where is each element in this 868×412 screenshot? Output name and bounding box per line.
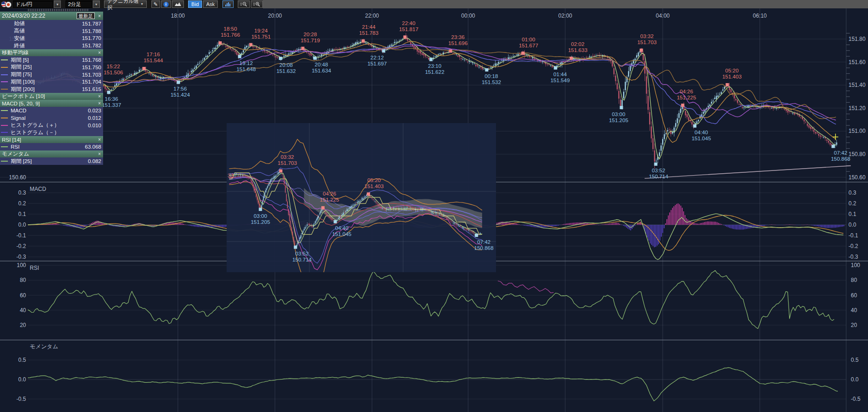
svg-text:151.697: 151.697	[367, 61, 387, 66]
svg-text:151.045: 151.045	[332, 231, 352, 237]
svg-text:40: 40	[851, 307, 857, 314]
svg-text:33: 33	[228, 173, 234, 178]
indicator-row: 高値151.788	[0, 27, 103, 35]
indicator-value: 151.704	[82, 79, 101, 85]
svg-text:151.00: 151.00	[848, 128, 866, 134]
svg-text:150.714: 150.714	[649, 174, 668, 179]
svg-text:04:40: 04:40	[695, 130, 708, 135]
zoom-in-button[interactable]	[251, 0, 263, 8]
volume-chart-button[interactable]	[222, 0, 234, 8]
close-icon[interactable]: ×	[98, 151, 101, 157]
svg-text:00:18: 00:18	[485, 73, 498, 79]
close-icon[interactable]: ×	[98, 101, 101, 106]
indicator-label: 期間 [100]	[11, 78, 82, 85]
line-color-swatch	[1, 146, 8, 147]
svg-text:04:26: 04:26	[680, 89, 693, 94]
svg-text:151.696: 151.696	[448, 40, 468, 46]
close-icon[interactable]: ×	[98, 137, 101, 142]
currency-pair-select[interactable]: ドル/円	[13, 0, 53, 8]
section-title: 移動平均線	[2, 49, 98, 56]
svg-text:0.3: 0.3	[848, 190, 856, 196]
ask-button[interactable]: Ask	[203, 0, 218, 8]
indicator-row: 期間 [200]151.615	[0, 85, 103, 93]
line-color-swatch	[1, 125, 8, 126]
indicator-row: 終値151.782	[0, 42, 103, 49]
svg-text:22:40: 22:40	[402, 20, 416, 26]
indicator-label: 期間 [25]	[11, 64, 82, 71]
svg-text:151.783: 151.783	[359, 30, 379, 36]
indicator-section-header: MACD [5, 20, 9]×	[0, 100, 103, 107]
indicator-row: ヒストグラム（－）	[0, 129, 103, 137]
svg-text:22:12: 22:12	[371, 55, 384, 60]
svg-text:23:36: 23:36	[451, 34, 465, 40]
indicator-value: 0.010	[88, 123, 101, 128]
svg-text:19:12: 19:12	[240, 60, 253, 66]
svg-text:-0.5: -0.5	[851, 396, 861, 402]
zoom-out-button[interactable]	[238, 0, 250, 8]
indicator-label: 安値	[14, 35, 82, 42]
indicator-label: 期間 [25]	[11, 158, 88, 165]
svg-text:151.622: 151.622	[425, 69, 444, 75]
info-button[interactable]: i	[161, 0, 171, 8]
draw-pencil-button[interactable]: ✎	[151, 0, 160, 8]
svg-text:20:28: 20:28	[304, 32, 317, 37]
indicator-section-header: 移動平均線×	[0, 49, 103, 56]
line-color-swatch	[1, 81, 8, 82]
close-icon[interactable]: ×	[98, 94, 101, 99]
svg-text:0.0: 0.0	[848, 222, 856, 228]
indicator-label: 終値	[14, 42, 82, 49]
currency-pair-dropdown-button[interactable]: ▼	[54, 0, 61, 8]
indicator-label: ヒストグラム（－）	[11, 129, 101, 136]
svg-text:04:26: 04:26	[323, 191, 336, 196]
svg-text:0.5: 0.5	[851, 357, 859, 363]
svg-text:02:00: 02:00	[558, 13, 572, 19]
svg-text:150.714: 150.714	[292, 257, 312, 262]
chart-canvas[interactable]: 18:0020:0022:0000:0002:0004:0006:10151.8…	[0, 0, 868, 412]
svg-text:MACD: MACD	[30, 186, 46, 192]
svg-text:20:48: 20:48	[315, 62, 328, 67]
svg-text:0.5: 0.5	[18, 357, 26, 363]
section-title: MACD [5, 20, 9]	[2, 101, 98, 106]
svg-text:0.0: 0.0	[18, 376, 26, 383]
line-color-swatch	[1, 89, 8, 90]
panel-drag-handle[interactable]	[28, 9, 89, 11]
svg-text:03:00: 03:00	[254, 213, 267, 219]
close-icon[interactable]: ×	[98, 50, 101, 55]
svg-text:151.719: 151.719	[300, 38, 320, 43]
svg-text:151.20: 151.20	[848, 105, 866, 111]
indicator-row: 期間 [25]151.750	[0, 64, 103, 71]
indicator-label: 期間 [5]	[11, 57, 82, 64]
timeframe-dropdown-button[interactable]: ▼	[93, 0, 100, 8]
close-icon[interactable]: ×	[98, 13, 101, 19]
chart-type-button[interactable]	[172, 0, 184, 8]
svg-text:0.2: 0.2	[18, 200, 26, 207]
timeframe-select[interactable]: 2分足	[65, 0, 91, 8]
svg-text:22:00: 22:00	[365, 13, 379, 19]
svg-text:151.677: 151.677	[519, 43, 538, 48]
svg-text:60: 60	[20, 292, 26, 299]
svg-text:151.506: 151.506	[104, 70, 123, 75]
chevron-down-icon: ▼	[140, 1, 144, 7]
bid-button[interactable]: Bid	[188, 0, 202, 8]
zoom-out-icon	[240, 1, 248, 7]
svg-text:-0.1: -0.1	[848, 232, 858, 239]
indicator-label: 期間 [200]	[11, 86, 82, 93]
jp-flag-icon	[5, 1, 12, 8]
svg-text:-0.1: -0.1	[16, 232, 26, 239]
svg-text:17:56: 17:56	[174, 86, 187, 92]
indicator-value: 0.012	[88, 115, 101, 121]
svg-text:20:08: 20:08	[280, 62, 293, 68]
svg-text:21:44: 21:44	[362, 24, 376, 30]
bar-chart-icon	[225, 2, 231, 7]
svg-text:18:50: 18:50	[224, 26, 237, 32]
currency-pair-flags-icon	[1, 1, 12, 8]
svg-text:05:20: 05:20	[367, 177, 381, 183]
svg-text:151.40: 151.40	[848, 82, 866, 88]
svg-text:03:52: 03:52	[652, 168, 666, 173]
svg-text:151.045: 151.045	[692, 136, 711, 141]
indicator-label: Signal	[11, 115, 88, 121]
svg-text:-0.2: -0.2	[16, 243, 26, 249]
svg-text:モメンタム: モメンタム	[30, 343, 58, 350]
technical-select-button[interactable]: テクニカル選択 ▼	[104, 0, 147, 8]
latest-candle-button[interactable]: 最新足	[77, 13, 95, 19]
